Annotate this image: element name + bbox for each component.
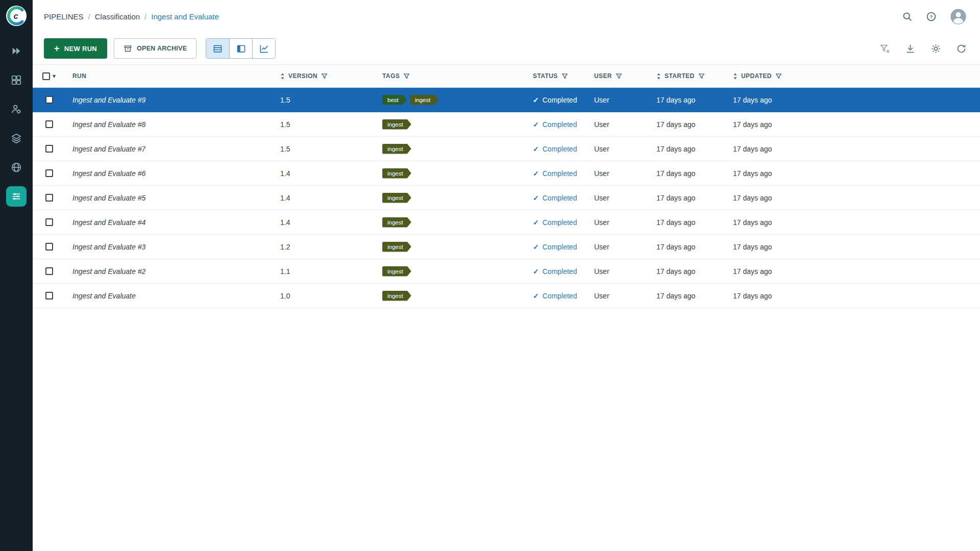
user-avatar[interactable]	[950, 8, 967, 25]
table-row[interactable]: Ingest and Evaluate #7 1.5 ingest ✓ Comp…	[33, 137, 980, 161]
table-row[interactable]: Ingest and Evaluate #4 1.4 ingest ✓ Comp…	[33, 210, 980, 235]
tag-ingest: ingest	[382, 193, 411, 203]
run-name[interactable]: Ingest and Evaluate	[72, 292, 136, 300]
row-checkbox[interactable]	[45, 194, 53, 202]
column-header-status[interactable]: STATUS	[526, 72, 587, 80]
table-row[interactable]: Ingest and Evaluate #5 1.4 ingest ✓ Comp…	[33, 186, 980, 210]
status-label: Completed	[543, 96, 577, 104]
run-name[interactable]: Ingest and Evaluate #2	[72, 267, 145, 276]
filter-icon[interactable]	[775, 73, 782, 80]
row-checkbox[interactable]	[45, 267, 53, 275]
column-header-version[interactable]: VERSION	[273, 72, 375, 80]
table-row[interactable]: Ingest and Evaluate 1.0 ingest ✓ Complet…	[33, 284, 980, 308]
sidebar-item-datasets[interactable]	[6, 128, 27, 148]
filter-icon[interactable]	[403, 73, 410, 80]
column-label-user: USER	[594, 72, 612, 80]
sidebar-item-workers[interactable]	[6, 99, 27, 119]
app-root: c	[0, 0, 980, 551]
tag-ingest: ingest	[382, 144, 411, 154]
run-cell: Ingest and Evaluate #6	[65, 169, 273, 178]
sort-icon[interactable]	[280, 73, 285, 80]
table-row[interactable]: Ingest and Evaluate #3 1.2 ingest ✓ Comp…	[33, 235, 980, 259]
topbar-actions: ?	[902, 8, 967, 25]
column-header-user[interactable]: USER	[587, 72, 649, 80]
column-label-version: VERSION	[288, 72, 317, 80]
run-name[interactable]: Ingest and Evaluate #7	[72, 145, 145, 153]
breadcrumb-project[interactable]: Classification	[95, 12, 140, 21]
column-header-updated[interactable]: UPDATED	[726, 72, 980, 80]
table-row[interactable]: Ingest and Evaluate #6 1.4 ingest ✓ Comp…	[33, 161, 980, 186]
run-name[interactable]: Ingest and Evaluate #6	[72, 169, 145, 178]
run-name[interactable]: Ingest and Evaluate #3	[72, 243, 145, 251]
row-checkbox[interactable]	[45, 120, 53, 128]
row-checkbox[interactable]	[45, 292, 53, 299]
run-cell: Ingest and Evaluate #4	[65, 218, 273, 227]
user-cell: User	[587, 145, 649, 153]
user-cell: User	[587, 292, 649, 300]
run-name[interactable]: Ingest and Evaluate #9	[72, 96, 145, 104]
search-button[interactable]	[902, 11, 913, 22]
help-button[interactable]: ?	[926, 11, 937, 22]
table-row[interactable]: Ingest and Evaluate #9 1.5 bestingest ✓ …	[33, 88, 980, 112]
row-checkbox[interactable]	[45, 145, 53, 153]
settings-button[interactable]	[930, 43, 941, 54]
sidebar-item-reports[interactable]	[6, 70, 27, 90]
svg-text:?: ?	[930, 14, 933, 19]
updated-cell: 17 days ago	[726, 96, 980, 104]
filter-icon[interactable]	[561, 73, 568, 80]
filter-icon[interactable]	[698, 73, 705, 80]
row-checkbox[interactable]	[45, 169, 53, 177]
open-archive-button[interactable]: OPEN ARCHIVE	[114, 38, 197, 59]
new-run-label: NEW RUN	[64, 45, 97, 53]
check-icon: ✓	[533, 218, 539, 227]
run-name[interactable]: Ingest and Evaluate #8	[72, 120, 145, 129]
sidebar-item-hyper-datasets[interactable]	[6, 157, 27, 178]
table-row[interactable]: Ingest and Evaluate #8 1.5 ingest ✓ Comp…	[33, 112, 980, 137]
column-header-run[interactable]: RUN	[65, 72, 273, 80]
new-run-button[interactable]: + NEW RUN	[44, 38, 107, 59]
breadcrumb: PIPELINES / Classification / Ingest and …	[44, 12, 219, 21]
user-cell: User	[587, 267, 649, 276]
layers-icon	[11, 133, 22, 144]
runs-table: ▾ RUN VERSION TAGS STATUS	[33, 64, 980, 551]
archive-icon	[124, 44, 132, 53]
split-view-button[interactable]	[229, 39, 252, 58]
run-cell: Ingest and Evaluate #7	[65, 145, 273, 153]
filter-icon[interactable]	[616, 73, 622, 80]
column-header-started[interactable]: STARTED	[649, 72, 726, 80]
updated-cell: 17 days ago	[726, 218, 980, 227]
breadcrumb-separator: /	[88, 12, 90, 21]
view-toggle-group	[206, 38, 276, 59]
header-checkbox-cell: ▾	[33, 72, 65, 80]
row-checkbox[interactable]	[45, 96, 53, 104]
filter-icon[interactable]	[321, 73, 328, 80]
tag-ingest: ingest	[382, 168, 411, 179]
status-label: Completed	[543, 169, 577, 178]
status-cell: ✓ Completed	[526, 267, 587, 276]
auto-refresh-button[interactable]	[956, 43, 967, 54]
row-checkbox[interactable]	[45, 218, 53, 226]
run-name[interactable]: Ingest and Evaluate #4	[72, 218, 145, 227]
plus-icon: +	[54, 44, 60, 53]
sort-icon[interactable]	[656, 73, 661, 80]
row-checkbox-cell	[33, 120, 65, 128]
table-row[interactable]: Ingest and Evaluate #2 1.1 ingest ✓ Comp…	[33, 259, 980, 284]
download-button[interactable]	[905, 43, 916, 54]
status-cell: ✓ Completed	[526, 96, 587, 104]
row-checkbox-cell	[33, 169, 65, 177]
select-menu-caret-icon[interactable]: ▾	[53, 73, 56, 79]
sort-icon[interactable]	[733, 73, 738, 80]
breadcrumb-pipelines[interactable]: PIPELINES	[44, 12, 84, 21]
select-all-checkbox[interactable]	[42, 72, 50, 80]
run-name[interactable]: Ingest and Evaluate #5	[72, 194, 145, 202]
chart-view-button[interactable]	[252, 39, 275, 58]
clearml-logo[interactable]: c	[6, 5, 27, 27]
started-cell: 17 days ago	[649, 243, 726, 251]
clear-filters-button[interactable]	[879, 43, 890, 54]
row-checkbox[interactable]	[45, 243, 53, 251]
sidebar-item-pipelines[interactable]	[6, 186, 27, 207]
column-header-tags[interactable]: TAGS	[375, 72, 526, 80]
status-label: Completed	[543, 194, 577, 202]
table-view-button[interactable]	[206, 39, 229, 58]
sidebar-item-projects[interactable]	[6, 41, 27, 61]
